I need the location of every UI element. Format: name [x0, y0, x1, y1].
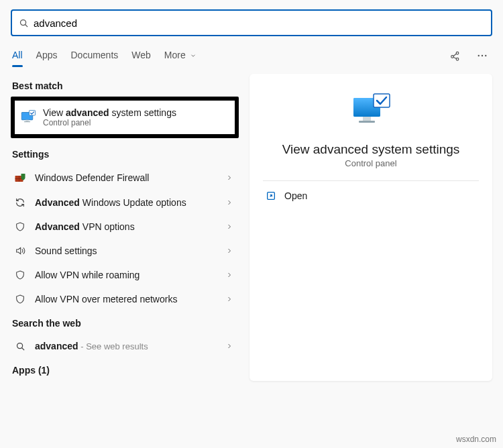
chevron-right-icon [225, 295, 233, 303]
settings-item-firewall[interactable]: Windows Defender Firewall [11, 165, 239, 190]
firewall-icon [13, 172, 27, 184]
item-label: Allow VPN over metered networks [35, 294, 217, 304]
tab-all[interactable]: All [12, 44, 23, 67]
open-action[interactable]: Open [249, 181, 492, 211]
chevron-right-icon [225, 342, 233, 350]
item-label: Advanced VPN options [35, 221, 217, 232]
svg-point-9 [485, 55, 486, 56]
section-apps: Apps (1) [11, 358, 239, 381]
more-icon[interactable] [473, 47, 491, 64]
preview-title: View advanced system settings [249, 139, 492, 158]
shield-icon [13, 270, 27, 280]
svg-rect-24 [359, 121, 375, 123]
section-best-match: Best match [11, 74, 239, 97]
sound-icon [13, 245, 27, 256]
preview-icon [249, 87, 492, 139]
settings-item-vpn-roaming[interactable]: Allow VPN while roaming [11, 263, 239, 287]
best-match-subtitle: Control panel [43, 118, 176, 127]
item-label: Sound settings [35, 245, 217, 256]
item-label: Advanced Windows Update options [35, 197, 217, 208]
svg-line-5 [453, 54, 457, 56]
svg-rect-12 [25, 120, 29, 121]
chevron-right-icon [225, 223, 233, 231]
search-icon [13, 341, 27, 351]
watermark: wsxdn.com [456, 435, 496, 444]
shield-icon [13, 294, 27, 304]
shield-icon [13, 221, 27, 232]
settings-item-windows-update[interactable]: Advanced Windows Update options [11, 190, 239, 215]
svg-marker-18 [17, 247, 21, 254]
results-left: Best match View advanced system settings… [11, 74, 239, 381]
svg-rect-25 [374, 94, 390, 107]
svg-rect-23 [363, 117, 371, 121]
sync-icon [13, 197, 27, 208]
svg-rect-13 [24, 121, 30, 122]
search-input[interactable] [30, 17, 486, 29]
monitor-icon [20, 109, 36, 125]
web-result-item[interactable]: advanced - See web results [11, 334, 239, 358]
settings-item-vpn-options[interactable]: Advanced VPN options [11, 215, 239, 239]
svg-line-1 [25, 24, 27, 26]
item-label: advanced - See web results [35, 341, 217, 351]
share-icon[interactable] [447, 47, 464, 64]
svg-rect-14 [30, 111, 36, 116]
best-match-title: View advanced system settings [43, 107, 176, 118]
chevron-right-icon [225, 174, 233, 182]
settings-item-sound[interactable]: Sound settings [11, 239, 239, 263]
svg-point-8 [482, 55, 483, 56]
tab-web[interactable]: Web [131, 44, 151, 67]
search-icon [17, 18, 30, 28]
preview-pane: View advanced system settings Control pa… [249, 74, 492, 381]
search-bar[interactable] [11, 9, 492, 36]
chevron-right-icon [225, 271, 233, 279]
svg-line-6 [453, 57, 457, 58]
svg-point-19 [17, 343, 22, 348]
settings-item-vpn-metered[interactable]: Allow VPN over metered networks [11, 287, 239, 311]
preview-subtitle: Control panel [249, 158, 492, 180]
item-label: Allow VPN while roaming [35, 270, 217, 280]
svg-line-20 [21, 347, 23, 349]
open-icon [266, 190, 276, 201]
tabs-row: All Apps Documents Web More [0, 40, 503, 67]
section-search-web: Search the web [11, 311, 239, 334]
chevron-right-icon [225, 199, 233, 207]
tab-documents[interactable]: Documents [70, 44, 118, 67]
tab-apps[interactable]: Apps [36, 44, 58, 67]
svg-point-7 [478, 55, 480, 56]
section-settings: Settings [11, 142, 239, 165]
best-match-item[interactable]: View advanced system settings Control pa… [11, 97, 239, 138]
chevron-right-icon [225, 247, 233, 255]
open-label: Open [284, 190, 307, 201]
tab-more[interactable]: More [164, 44, 197, 67]
item-label: Windows Defender Firewall [35, 172, 217, 183]
svg-point-0 [20, 19, 25, 25]
